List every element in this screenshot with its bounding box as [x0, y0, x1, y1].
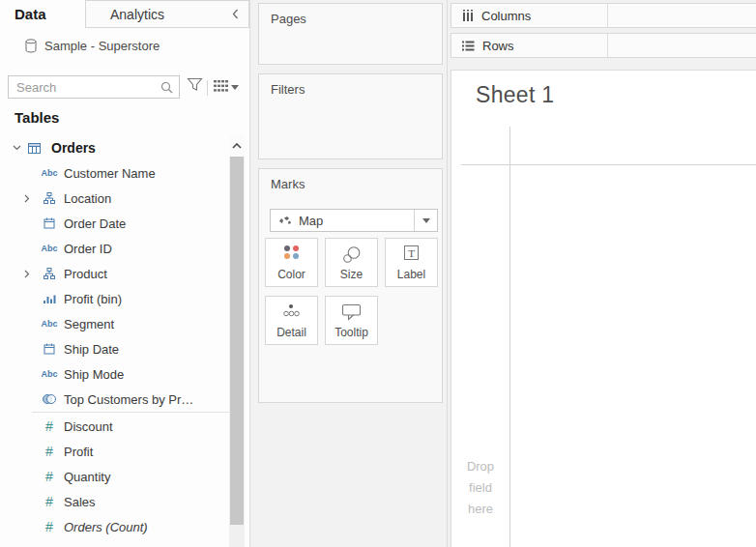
marks-label: Marks — [271, 177, 305, 191]
shelf-divider — [607, 34, 608, 57]
tab-data[interactable]: Data — [15, 6, 46, 22]
hierarchy-icon — [38, 268, 61, 279]
rows-shelf[interactable]: Rows — [451, 33, 756, 58]
datasource-row[interactable]: Sample - Superstore — [0, 33, 249, 58]
map-mark-type-icon — [278, 216, 292, 225]
view-as-grid-icon[interactable] — [214, 80, 228, 92]
text-field-icon: Abc — [38, 244, 61, 253]
field-top-customers-set[interactable]: Top Customers by Pr… — [0, 387, 229, 412]
data-pane-scrollbar[interactable] — [229, 135, 245, 547]
size-button[interactable]: Size — [325, 238, 378, 287]
chevron-down-icon[interactable] — [9, 145, 24, 151]
text-field-icon: Abc — [38, 319, 61, 329]
text-field-icon: Abc — [38, 369, 61, 379]
histogram-bin-icon — [38, 294, 61, 304]
tables-header: Tables — [15, 109, 59, 126]
search-placeholder: Search — [16, 80, 160, 95]
columns-shelf[interactable]: Columns — [451, 3, 756, 28]
mark-type-dropdown[interactable]: Map — [270, 209, 438, 232]
measure-list: # Discount # Profit # Quantity # Sales #… — [0, 414, 229, 539]
color-button[interactable]: Color — [265, 238, 318, 287]
tooltip-button[interactable]: Tooltip — [325, 296, 378, 345]
dimension-measure-divider — [32, 412, 229, 413]
chevron-up-icon — [232, 143, 242, 149]
rows-label: Rows — [482, 39, 514, 53]
filters-label: Filters — [271, 82, 305, 97]
field-sales[interactable]: # Sales — [0, 489, 229, 514]
filters-shelf[interactable]: Filters — [258, 73, 443, 159]
size-circles-icon — [341, 245, 363, 264]
column-dropzone-border — [461, 164, 756, 165]
collapse-pane-icon[interactable] — [232, 9, 239, 19]
chevron-right-icon[interactable] — [24, 270, 38, 278]
field-customer-name[interactable]: Abc Customer Name — [0, 160, 229, 186]
toolbar-divider — [207, 80, 208, 96]
number-icon: # — [38, 418, 61, 434]
field-profit[interactable]: # Profit — [0, 439, 229, 464]
columns-icon — [462, 10, 474, 21]
pages-shelf[interactable]: Pages — [258, 3, 443, 65]
field-ship-mode[interactable]: Abc Ship Mode — [0, 361, 229, 387]
pages-label: Pages — [271, 12, 306, 26]
tab-analytics-label: Analytics — [110, 7, 232, 22]
field-quantity[interactable]: # Quantity — [0, 464, 229, 489]
hierarchy-icon — [38, 192, 61, 204]
field-orders-count[interactable]: # Orders (Count) — [0, 514, 229, 539]
color-dots-icon — [284, 245, 300, 259]
data-pane: Data Analytics Sample - Superstore Searc… — [0, 0, 250, 547]
field-profit-bin[interactable]: Profit (bin) — [0, 286, 229, 311]
database-icon — [25, 39, 37, 53]
tab-analytics[interactable]: Analytics — [85, 0, 249, 28]
view-as-caret-icon[interactable] — [231, 85, 239, 90]
chevron-right-icon[interactable] — [24, 194, 38, 203]
text-field-icon: Abc — [38, 168, 61, 178]
scrollbar-thumb[interactable] — [230, 157, 244, 525]
field-ship-date[interactable]: Ship Date — [0, 336, 229, 361]
label-t-icon: T — [404, 245, 419, 260]
number-icon: # — [38, 494, 61, 509]
mark-type-caret[interactable] — [414, 210, 437, 231]
scroll-up-button[interactable] — [229, 135, 245, 157]
table-name: Orders — [51, 140, 96, 156]
number-icon: # — [38, 444, 61, 459]
marks-card: Marks Map Color Size T Label — [258, 168, 443, 403]
set-icon — [38, 393, 61, 405]
detail-dots-icon — [283, 303, 300, 318]
caret-down-icon — [422, 218, 430, 223]
rows-icon — [462, 41, 475, 51]
columns-label: Columns — [481, 9, 531, 23]
field-list: Orders Abc Customer Name Location — [0, 135, 229, 412]
field-segment[interactable]: Abc Segment — [0, 311, 229, 336]
mark-type-value: Map — [299, 214, 414, 228]
field-order-date[interactable]: Order Date — [0, 211, 229, 236]
field-product[interactable]: Product — [0, 261, 229, 286]
table-row-orders[interactable]: Orders — [0, 135, 229, 160]
field-location[interactable]: Location — [0, 186, 229, 211]
sheet-title: Sheet 1 — [476, 82, 554, 108]
label-button[interactable]: T Label — [385, 238, 438, 287]
tooltip-bubble-icon — [341, 303, 362, 321]
shelf-pane: Pages Filters Marks Map Color Size — [253, 0, 448, 547]
search-icon — [160, 81, 173, 94]
calendar-icon — [38, 343, 61, 355]
filter-fields-icon[interactable] — [187, 77, 203, 93]
number-icon: # — [38, 519, 61, 534]
number-icon: # — [38, 469, 61, 484]
field-order-id[interactable]: Abc Order ID — [0, 236, 229, 261]
row-dropzone-border — [509, 127, 510, 547]
drop-field-here-zone[interactable]: Drop field here — [451, 456, 509, 520]
table-icon — [24, 143, 44, 154]
shelf-divider — [607, 4, 608, 27]
field-discount[interactable]: # Discount — [0, 414, 229, 439]
calendar-icon — [38, 217, 61, 229]
detail-button[interactable]: Detail — [265, 296, 318, 345]
datasource-name: Sample - Superstore — [44, 39, 160, 53]
search-input[interactable]: Search — [8, 75, 180, 99]
